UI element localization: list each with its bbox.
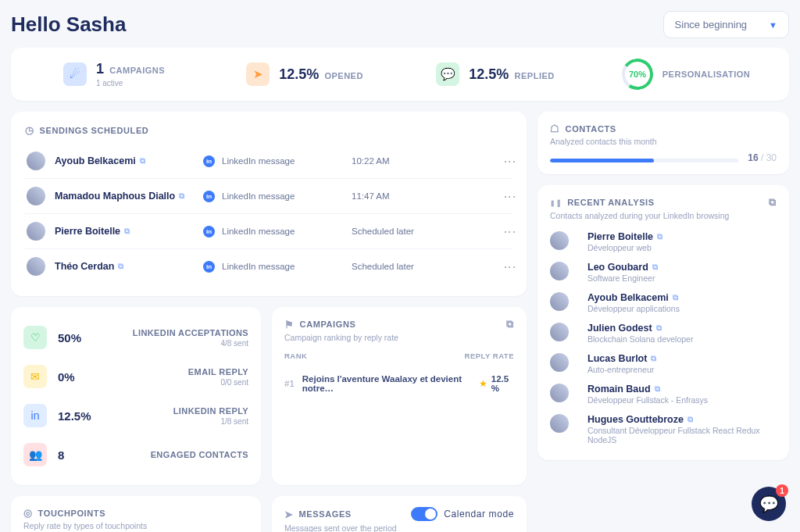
stat-replied: 💬 12.5% REPLIED [400,59,591,90]
more-icon[interactable]: ⋮ [507,261,511,273]
chart-icon: ⫾⫿ [550,197,562,209]
analysis-row[interactable]: Julien Godest⧉Blockchain Solana develope… [550,318,777,348]
shield-icon: ☖ [550,123,560,134]
chevron-down-icon: ▼ [769,20,777,30]
contacts-progress [550,159,738,162]
clock-icon: ◷ [25,124,34,136]
analysis-row[interactable]: Pierre Boitelle⧉Développeur web [550,227,777,257]
page-title: Hello Sasha [11,12,126,37]
analysis-row[interactable]: Romain Baud⧉Développeur Fullstack - Enfr… [550,379,777,409]
avatar [550,414,569,433]
period-select[interactable]: Since beginning ▼ [663,11,789,38]
metric-row: ♡ 50% LINKEDIN ACCEPTATIONS4/8 sent [23,318,248,357]
sending-name[interactable]: Pierre Boitelle⧉ [55,226,203,237]
avatar [550,262,569,280]
external-link-icon: ⧉ [179,191,184,201]
stat-campaigns: ☄ 1 CAMPAIGNS 1 active [19,59,209,90]
sending-time: 10:22 AM [352,156,469,166]
metric-value: 8 [58,448,64,462]
external-link-icon: ⧉ [673,293,678,302]
avatar [550,292,569,311]
external-link-icon: ⧉ [656,323,662,333]
metrics-card: ♡ 50% LINKEDIN ACCEPTATIONS4/8 sent ✉ 0%… [11,307,261,485]
metric-value: 0% [58,370,75,384]
sending-type: inLinkedIn message [203,155,352,167]
avatar [550,353,569,372]
avatar [27,187,45,205]
sending-type: inLinkedIn message [203,261,352,273]
analysis-row[interactable]: Leo Goubard⧉Software Engineer [550,257,777,287]
touchpoints-card: ◎TOUCHPOINTS Reply rate by types of touc… [11,496,261,532]
replied-icon: 💬 [436,62,459,86]
external-link-icon: ⧉ [655,384,660,394]
linkedin-icon: in [203,191,215,202]
campaigns-icon: ☄ [63,62,87,86]
sending-type: inLinkedIn message [203,191,352,202]
analysis-row[interactable]: Hugues Gouttebroze⧉Consultant Développeu… [550,409,777,449]
sending-type: inLinkedIn message [203,226,352,237]
send-icon: ➤ [284,509,294,520]
linkedin-icon: in [203,261,215,273]
sending-time: Scheduled later [352,262,469,271]
linkedin-icon: in [203,226,215,237]
linkedin-icon: in [203,155,215,167]
avatar [550,384,569,402]
stats-bar: ☄ 1 CAMPAIGNS 1 active ➤ 12.5% OPENED 💬 … [11,48,789,101]
metric-row: in 12.5% LINKEDIN REPLY1/8 sent [23,396,248,435]
campaign-row[interactable]: #1 Rejoins l'aventure Waalaxy et devient… [284,374,514,393]
external-link-icon: ⧉ [652,262,658,272]
external-link-icon: ⧉ [651,354,656,363]
flag-icon: ⚑ [284,319,295,330]
more-icon[interactable]: ⋮ [507,191,511,202]
target-icon: ◎ [23,507,33,519]
calendar-toggle[interactable] [411,507,438,521]
sending-name[interactable]: Ayoub Belkacemi⧉ [55,155,203,166]
sending-row: Mamadou Maphous Diallo⧉ inLinkedIn messa… [25,179,512,214]
campaigns-card: ⚑ CAMPAIGNS ⧉ Campaign ranking by reply … [272,307,527,485]
analysis-card: ⫾⫿ RECENT ANALYSIS ⧉ Contacts analyzed d… [538,185,789,460]
external-link-icon: ⧉ [688,415,693,424]
sending-name[interactable]: Théo Cerdan⧉ [55,261,203,272]
sending-time: Scheduled later [352,227,469,236]
contacts-card: ☖CONTACTS Analyzed contacts this month 1… [538,112,789,174]
chat-fab[interactable]: 💬 1 [752,487,786,521]
personalisation-ring: 70% [620,56,655,92]
heart-icon: ♡ [23,326,47,349]
avatar [550,323,569,341]
campaigns-external-icon[interactable]: ⧉ [506,318,514,330]
opened-icon: ➤ [246,62,270,86]
sending-row: Ayoub Belkacemi⧉ inLinkedIn message 10:2… [25,144,512,179]
more-icon[interactable]: ⋮ [507,155,511,167]
avatar [550,231,569,250]
avatar [27,152,45,170]
chat-icon: 💬 [759,495,779,513]
metric-row: ✉ 0% EMAIL REPLY0/0 sent [23,357,248,396]
sendings-card: ◷SENDINGS SCHEDULED Ayoub Belkacemi⧉ inL… [11,112,527,296]
users-icon: 👥 [23,443,47,466]
analysis-row[interactable]: Ayoub Belkacemi⧉Développeur applications [550,287,777,318]
metric-value: 12.5% [58,409,91,423]
sending-name[interactable]: Mamadou Maphous Diallo⧉ [55,191,203,202]
external-link-icon: ⧉ [124,227,130,236]
more-icon[interactable]: ⋮ [507,226,511,237]
chat-badge: 1 [776,484,788,497]
metric-row: 👥 8 ENGAGED CONTACTS [23,435,248,474]
metric-value: 50% [58,331,81,345]
stat-personalisation: 70% PERSONALISATION [591,59,781,90]
external-link-icon: ⧉ [140,156,145,166]
avatar [27,257,45,276]
messages-card: ➤ MESSAGES Calendar mode Messages sent o… [272,496,527,532]
external-link-icon: ⧉ [118,262,123,271]
stat-opened: ➤ 12.5% OPENED [209,59,400,90]
external-link-icon: ⧉ [657,232,662,241]
sending-time: 11:47 AM [352,191,469,201]
analysis-row[interactable]: Lucas Burlot⧉Auto-entrepreneur [550,348,777,379]
analysis-external-icon[interactable]: ⧉ [769,196,777,209]
avatar [27,222,45,241]
sending-row: Pierre Boitelle⧉ inLinkedIn message Sche… [25,214,512,249]
period-value: Since beginning [675,19,748,30]
in-icon: in [23,404,47,427]
sending-row: Théo Cerdan⧉ inLinkedIn message Schedule… [25,249,512,284]
star-icon: ★ [479,378,488,389]
mail-icon: ✉ [23,365,47,388]
